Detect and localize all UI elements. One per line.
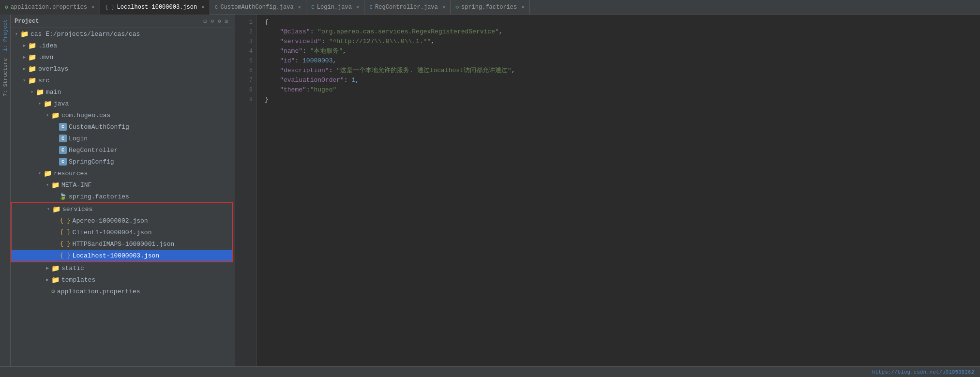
tree-node-localhost-json[interactable]: { } Localhost-10000003.json [12,250,232,261]
class-icon-login: C [59,135,67,143]
tree-node-main[interactable]: ▾ 📁 main [11,86,233,98]
tree-label-idea: .idea [38,42,57,49]
folder-icon-com-hugeo: 📁 [51,111,60,120]
java-icon-3: C [369,4,373,10]
tree-node-src[interactable]: ▾ 📁 src [11,75,233,86]
tab-close-regcontroller[interactable]: ✕ [442,4,446,10]
tree-node-login[interactable]: C Login [11,133,233,144]
line-num-3: 3 [235,37,256,46]
settings-btn[interactable]: ⚙ [210,17,215,25]
tree-label-app-properties: application.properties [57,288,140,295]
tree-node-overlays[interactable]: ▶ 📁 overlays [11,63,233,75]
tab-close-login[interactable]: ✕ [356,4,360,10]
tree-node-idea[interactable]: ▶ 📁 .idea [11,40,233,51]
json-icon: { } [105,4,115,10]
line-num-7: 7 [235,75,256,85]
tree-label-apereo: Apereo-10000002.json [73,217,148,225]
tree-node-apereo[interactable]: { } Apereo-10000002.json [12,215,232,226]
tree-node-client1[interactable]: { } Client1-10000004.json [12,226,232,238]
line-numbers: 1 2 3 4 5 6 7 8 9 [235,15,257,366]
folder-icon-overlays: 📁 [28,65,36,73]
arrow-java: ▾ [36,101,44,106]
tree-label-overlays: overlays [38,65,68,73]
collapse-all-btn[interactable]: ⊟ [203,17,208,25]
line-num-9: 9 [235,95,256,105]
class-icon-customauth: C [59,123,67,131]
line-num-2: 2 [235,27,256,37]
panel-title: Project [15,18,39,25]
tree-label-com-hugeo: com.hugeo.cas [61,112,110,119]
tree-node-java[interactable]: ▾ 📁 java [11,98,233,109]
tree-label-meta-inf: META-INF [61,181,91,189]
json-icon-localhost: { } [60,252,71,259]
tree-label-customauthconfig: CustomAuthConfig [69,123,129,131]
arrow-templates: ▶ [44,277,51,283]
tree-node-https-imaps[interactable]: { } HTTPSandIMAPS-10000001.json [12,238,232,250]
folder-icon-meta-inf: 📁 [51,181,60,189]
tree-label-templates: templates [61,276,95,284]
arrow-services: ▾ [45,206,52,212]
tree-label-src: src [38,77,49,84]
tree-node-regcontroller[interactable]: C RegController [11,144,233,156]
project-panel: Project ⊟ ⚙ ⚙ ⊞ ▾ 📁 cas E:/projects/lear… [11,15,233,366]
tree-node-services[interactable]: ▾ 📁 services [12,203,232,215]
tree-node-com-hugeo-cas[interactable]: ▾ 📁 com.hugeo.cas [11,109,233,121]
folder-icon-idea: 📁 [28,42,36,50]
services-highlight-box: ▾ 📁 services { } Apereo-10000002.json { … [11,202,233,262]
tab-login[interactable]: C Login.java ✕ [306,0,364,15]
tree-node-mvn[interactable]: ▶ 📁 .mvn [11,51,233,63]
tree-node-spring-factories[interactable]: 🍃 spring.factories [11,191,233,202]
tree-label-regcontroller: RegController [69,147,118,154]
code-line-8: "theme":"hugeo" [265,85,972,95]
body-wrapper: 1: Project 7: Structure Project ⊟ ⚙ ⚙ ⊞ … [0,15,980,366]
tab-close-customauth[interactable]: ✕ [298,4,302,10]
folder-icon-main: 📁 [36,88,44,96]
side-tab-project[interactable]: 1: Project [1,16,10,54]
code-line-2: "@class": "org.apereo.cas.services.Regex… [265,27,972,37]
java-icon-1: C [215,4,218,10]
tab-close-factories[interactable]: ✕ [521,4,525,10]
tab-close-properties[interactable]: ✕ [91,4,95,10]
tree-node-springconfig[interactable]: C SpringConfig [11,156,233,167]
gear-btn[interactable]: ⚙ [217,17,222,25]
tree-node-templates[interactable]: ▶ 📁 templates [11,274,233,286]
tree-node-customauthconfig[interactable]: C CustomAuthConfig [11,121,233,133]
class-icon-springconfig: C [59,158,67,166]
tab-close-localhost[interactable]: ✕ [201,4,205,10]
tree-container[interactable]: ▾ 📁 cas E:/projects/learn/cas/cas ▶ 📁 .i… [11,28,233,366]
arrow-overlays: ▶ [20,66,28,72]
tab-customauthconfig[interactable]: C CustomAuthConfig.java ✕ [210,0,306,15]
tree-node-meta-inf[interactable]: ▾ 📁 META-INF [11,179,233,191]
line-num-8: 8 [235,85,256,95]
arrow-cas: ▾ [13,31,20,37]
side-tab-structure[interactable]: 7: Structure [1,55,10,99]
folder-icon-java: 📁 [44,100,52,108]
side-tab-bar: 1: Project 7: Structure [0,15,11,366]
code-editor: 1 2 3 4 5 6 7 8 9 { "@class": "org.apere… [235,15,980,366]
code-line-9: } [265,95,972,105]
tree-node-static[interactable]: ▶ 📁 static [11,262,233,274]
tree-node-cas-root[interactable]: ▾ 📁 cas E:/projects/learn/cas/cas [11,28,233,40]
arrow-meta-inf: ▾ [44,182,51,188]
tab-regcontroller[interactable]: C RegController.java ✕ [364,0,451,15]
code-content[interactable]: { "@class": "org.apereo.cas.services.Reg… [257,15,980,366]
class-icon-regcontroller: C [59,146,67,154]
tree-label-services: services [62,206,92,213]
tab-spring-factories[interactable]: ⚙ spring.factories ✕ [451,0,529,15]
tree-node-resources[interactable]: ▾ 📁 resources [11,167,233,179]
code-line-1: { [265,17,972,27]
folder-icon-templates: 📁 [51,276,60,284]
tree-node-app-properties[interactable]: ⚙ application.properties [11,286,233,297]
tree-label-mvn: .mvn [38,54,53,61]
tab-bar: ⚙ application.properties ✕ { } Localhost… [0,0,980,15]
factories-icon-tab: ⚙ [455,4,459,10]
tab-localhost-json[interactable]: { } Localhost-10000003.json ✕ [100,0,210,15]
status-url[interactable]: https://blog.csdn.net/u010588262 [872,369,974,375]
factories-icon-tree: 🍃 [59,193,67,200]
tree-label-login: Login [69,135,88,142]
arrow-resources: ▾ [36,170,44,176]
tab-application-properties[interactable]: ⚙ application.properties ✕ [0,0,100,15]
expand-btn[interactable]: ⊞ [224,17,229,25]
line-num-1: 1 [235,17,256,27]
code-line-5: "id": 10000003, [265,56,972,66]
